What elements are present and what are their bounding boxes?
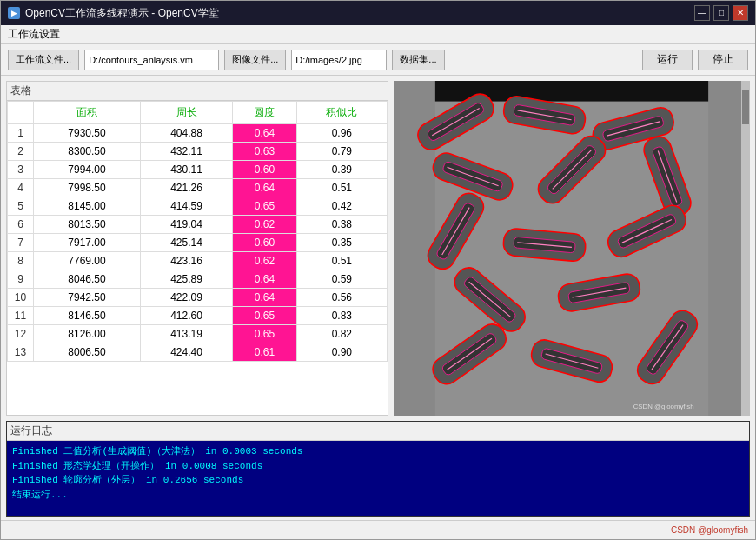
table-row: 128126.00413.190.650.82 bbox=[8, 325, 388, 343]
cell-aspect: 0.56 bbox=[296, 289, 387, 307]
workflow-path-input[interactable] bbox=[84, 50, 219, 70]
scrollbar-thumb[interactable] bbox=[742, 90, 749, 124]
cell-aspect: 0.79 bbox=[296, 143, 387, 161]
cell-area: 8126.00 bbox=[34, 325, 141, 343]
cell-area: 7994.00 bbox=[34, 161, 141, 179]
menu-item-workflow[interactable]: 工作流设置 bbox=[8, 27, 60, 42]
image-display: CSDN @gloomyfish bbox=[394, 81, 750, 416]
image-path-input[interactable] bbox=[291, 50, 387, 70]
log-section-label: 运行日志 bbox=[7, 422, 749, 441]
cell-circularity: 0.64 bbox=[233, 179, 297, 197]
main-window: ▶ OpenCV工作流多线程演示 - OpenCV学堂 — □ ✕ 工作流设置 … bbox=[0, 0, 756, 540]
cell-circularity: 0.61 bbox=[233, 343, 297, 362]
title-bar-left: ▶ OpenCV工作流多线程演示 - OpenCV学堂 bbox=[8, 6, 219, 21]
cell-area: 8146.50 bbox=[34, 307, 141, 325]
cell-perimeter: 419.04 bbox=[141, 216, 233, 234]
table-row: 118146.50412.600.650.83 bbox=[8, 307, 388, 325]
col-header-circularity: 圆度 bbox=[233, 102, 297, 124]
cell-row-num: 9 bbox=[8, 270, 34, 289]
table-row: 47998.50421.260.640.51 bbox=[8, 179, 388, 197]
cell-circularity: 0.64 bbox=[233, 124, 297, 143]
cell-area: 7917.00 bbox=[34, 234, 141, 252]
menu-bar: 工作流设置 bbox=[1, 25, 755, 44]
log-line: Finished 轮廓分析（外层） in 0.2656 seconds bbox=[12, 473, 744, 488]
table-row: 77917.00425.140.600.35 bbox=[8, 234, 388, 252]
table-section: 表格 面积 周长 圆度 积似比 17930.50404.880.640.9628… bbox=[6, 81, 388, 416]
stop-button[interactable]: 停止 bbox=[698, 50, 748, 70]
window-title: OpenCV工作流多线程演示 - OpenCV学堂 bbox=[25, 6, 219, 21]
cell-circularity: 0.65 bbox=[233, 197, 297, 216]
workflow-file-button[interactable]: 工作流文件... bbox=[8, 50, 79, 70]
watermark-text: CSDN @gloomyfish bbox=[671, 525, 748, 535]
log-line: Finished 二值分析(生成阈值)（大津法） in 0.0003 secon… bbox=[12, 444, 744, 459]
svg-text:CSDN @gloomyfish: CSDN @gloomyfish bbox=[633, 403, 694, 410]
cell-area: 7998.50 bbox=[34, 179, 141, 197]
run-button[interactable]: 运行 bbox=[642, 50, 693, 70]
cell-area: 7942.50 bbox=[34, 289, 141, 307]
cell-area: 7769.00 bbox=[34, 252, 141, 270]
col-header-aspect: 积似比 bbox=[296, 102, 387, 124]
cell-row-num: 10 bbox=[8, 289, 34, 307]
cell-row-num: 4 bbox=[8, 179, 34, 197]
bottom-bar: CSDN @gloomyfish bbox=[1, 520, 755, 539]
cell-circularity: 0.62 bbox=[233, 216, 297, 234]
cell-area: 8145.00 bbox=[34, 197, 141, 216]
cell-row-num: 3 bbox=[8, 161, 34, 179]
cell-row-num: 2 bbox=[8, 143, 34, 161]
table-row: 58145.00414.590.650.42 bbox=[8, 197, 388, 216]
main-content: 表格 面积 周长 圆度 积似比 17930.50404.880.640.9628… bbox=[1, 76, 755, 421]
cell-area: 8006.50 bbox=[34, 343, 141, 362]
toolbar: 工作流文件... 图像文件... 数据集... 运行 停止 bbox=[1, 44, 755, 76]
cell-area: 8013.50 bbox=[34, 216, 141, 234]
cell-area: 8046.50 bbox=[34, 270, 141, 289]
cell-perimeter: 425.14 bbox=[141, 234, 233, 252]
maximize-button[interactable]: □ bbox=[713, 5, 729, 21]
minimize-button[interactable]: — bbox=[694, 5, 710, 21]
cell-circularity: 0.63 bbox=[233, 143, 297, 161]
cell-perimeter: 404.88 bbox=[141, 124, 233, 143]
image-panel: CSDN @gloomyfish bbox=[394, 81, 750, 416]
close-button[interactable]: ✕ bbox=[733, 5, 748, 21]
cell-aspect: 0.90 bbox=[296, 343, 387, 362]
capsule-image: CSDN @gloomyfish bbox=[394, 81, 750, 416]
dataset-button[interactable]: 数据集... bbox=[392, 50, 444, 70]
app-icon: ▶ bbox=[8, 7, 20, 19]
image-file-button[interactable]: 图像文件... bbox=[224, 50, 286, 70]
cell-circularity: 0.65 bbox=[233, 325, 297, 343]
cell-perimeter: 430.11 bbox=[141, 161, 233, 179]
cell-circularity: 0.62 bbox=[233, 252, 297, 270]
table-row: 17930.50404.880.640.96 bbox=[8, 124, 388, 143]
title-controls: — □ ✕ bbox=[694, 5, 748, 21]
table-row: 68013.50419.040.620.38 bbox=[8, 216, 388, 234]
table-row: 138006.50424.400.610.90 bbox=[8, 343, 388, 362]
cell-perimeter: 421.26 bbox=[141, 179, 233, 197]
cell-aspect: 0.39 bbox=[296, 161, 387, 179]
title-bar: ▶ OpenCV工作流多线程演示 - OpenCV学堂 — □ ✕ bbox=[1, 1, 755, 25]
cell-row-num: 12 bbox=[8, 325, 34, 343]
cell-area: 7930.50 bbox=[34, 124, 141, 143]
cell-aspect: 0.42 bbox=[296, 197, 387, 216]
cell-perimeter: 422.09 bbox=[141, 289, 233, 307]
cell-row-num: 13 bbox=[8, 343, 34, 362]
left-panel: 表格 面积 周长 圆度 积似比 17930.50404.880.640.9628… bbox=[6, 81, 388, 416]
log-line: Finished 形态学处理（开操作） in 0.0008 seconds bbox=[12, 459, 744, 474]
cell-circularity: 0.64 bbox=[233, 289, 297, 307]
cell-perimeter: 425.89 bbox=[141, 270, 233, 289]
col-header-num bbox=[8, 102, 34, 124]
cell-aspect: 0.38 bbox=[296, 216, 387, 234]
cell-circularity: 0.64 bbox=[233, 270, 297, 289]
cell-circularity: 0.60 bbox=[233, 234, 297, 252]
cell-circularity: 0.65 bbox=[233, 307, 297, 325]
cell-aspect: 0.96 bbox=[296, 124, 387, 143]
cell-row-num: 6 bbox=[8, 216, 34, 234]
cell-perimeter: 432.11 bbox=[141, 143, 233, 161]
cell-aspect: 0.59 bbox=[296, 270, 387, 289]
col-header-perimeter: 周长 bbox=[141, 102, 233, 124]
cell-perimeter: 414.59 bbox=[141, 197, 233, 216]
cell-perimeter: 423.16 bbox=[141, 252, 233, 270]
cell-circularity: 0.60 bbox=[233, 161, 297, 179]
col-header-area: 面积 bbox=[34, 102, 141, 124]
table-row: 98046.50425.890.640.59 bbox=[8, 270, 388, 289]
cell-row-num: 7 bbox=[8, 234, 34, 252]
image-scrollbar[interactable] bbox=[741, 81, 750, 416]
